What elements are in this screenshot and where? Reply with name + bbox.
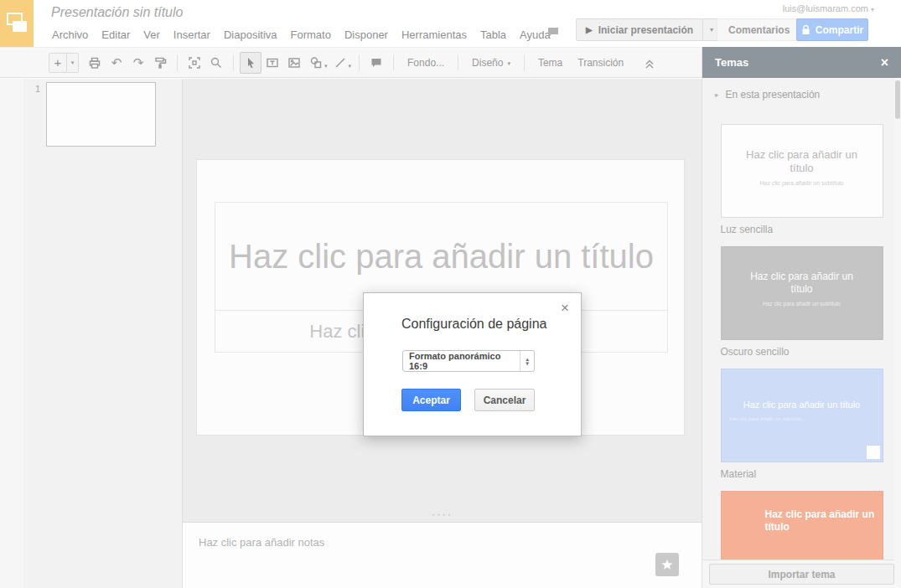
insert-image-button[interactable] — [283, 52, 305, 74]
textbox-tool-button[interactable] — [261, 52, 283, 74]
zoom-fit-button[interactable] — [184, 52, 205, 74]
import-theme-button[interactable]: Importar tema — [709, 564, 894, 585]
section-label: En esta presentación — [726, 89, 821, 101]
slide-thumbnail[interactable] — [46, 82, 156, 147]
close-icon[interactable]: × — [881, 55, 888, 70]
toolbar-separator — [524, 54, 525, 71]
layout-button[interactable]: Diseño ▾ — [464, 52, 518, 74]
comments-button[interactable]: Comentarios — [717, 18, 801, 41]
zoom-button[interactable] — [205, 52, 227, 74]
dialog-title: Configuración de página — [401, 317, 546, 332]
comment-bubble-icon[interactable] — [546, 26, 560, 42]
redo-button[interactable]: ↷ — [127, 52, 149, 74]
stepper-down-icon: ▾ — [526, 361, 529, 365]
notes-placeholder[interactable]: Haz clic para añadir notas — [199, 536, 324, 549]
page-format-value: Formato panorámico 16:9 — [409, 351, 520, 371]
caret-down-icon: ▾ — [507, 60, 510, 67]
present-button[interactable]: ▶ Iniciar presentación — [576, 18, 703, 41]
caret-down-icon: ▾ — [71, 59, 75, 66]
accept-button[interactable]: Aceptar — [401, 389, 461, 411]
theme-thumb-subtitle: Haz clic para añadir un subtítulo — [730, 416, 802, 421]
zoom-fit-icon — [187, 55, 202, 70]
themes-scrollbar[interactable] — [894, 78, 901, 588]
new-slide-button[interactable]: + — [49, 53, 67, 73]
account-menu[interactable]: luis@luismaram.com▾ — [783, 3, 874, 13]
select-tool-button[interactable] — [240, 52, 261, 74]
theme-thumbnail-oscuro-sencillo[interactable]: Haz clic para añadir un título Haz clic … — [721, 246, 883, 340]
toolbar-separator — [458, 54, 458, 71]
menu-tabla[interactable]: Tabla — [474, 25, 513, 44]
page-format-select[interactable]: Formato panorámico 16:9 ▴ ▾ — [402, 350, 535, 372]
theme-button[interactable]: Tema — [531, 52, 570, 74]
redo-icon: ↷ — [133, 55, 144, 70]
paint-format-icon — [153, 55, 168, 70]
zoom-icon — [209, 55, 224, 70]
play-icon: ▶ — [586, 25, 593, 34]
menu-herramientas[interactable]: Herramientas — [395, 25, 474, 44]
theme-thumbnail-material[interactable]: Haz clic para añadir un título Haz clic … — [721, 369, 883, 462]
undo-button[interactable]: ↶ — [106, 52, 127, 74]
scrollbar-thumb[interactable] — [895, 80, 900, 119]
notes-resize-handle[interactable]: ···· — [432, 508, 453, 520]
menu-disponer[interactable]: Disponer — [338, 25, 395, 44]
background-button[interactable]: Fondo... — [400, 52, 452, 74]
textbox-icon — [265, 55, 280, 70]
menubar: Archivo Editar Ver Insertar Diapositiva … — [45, 25, 557, 44]
cancel-button[interactable]: Cancelar — [474, 389, 535, 411]
lock-icon — [801, 24, 810, 35]
insert-comment-icon — [369, 55, 384, 70]
theme-name: Material — [721, 468, 883, 480]
share-label: Compartir — [816, 24, 863, 36]
share-button[interactable]: Compartir — [796, 18, 868, 41]
insert-comment-button[interactable] — [365, 52, 387, 74]
close-icon[interactable]: × — [561, 301, 569, 315]
star-icon — [660, 558, 674, 571]
slide-number-column — [0, 79, 23, 588]
caret-down-icon[interactable]: ▾ — [349, 63, 352, 70]
in-this-presentation-section[interactable]: ▸ En esta presentación — [702, 84, 901, 106]
app-logo[interactable] — [0, 0, 34, 47]
explore-button[interactable] — [655, 553, 679, 576]
theme-thumbnail-luz-sencilla[interactable]: Haz clic para añadir un título Haz clic … — [721, 124, 883, 218]
slide-filmstrip: 1 — [0, 79, 183, 588]
dialog-actions: Aceptar Cancelar — [401, 389, 535, 411]
transition-button[interactable]: Transición — [570, 52, 631, 74]
speaker-notes[interactable]: Haz clic para añadir notas — [183, 522, 702, 588]
theme-thumb-subtitle: Haz clic para añadir un subtítulo — [722, 180, 883, 186]
new-slide-button-group: + ▾ — [49, 53, 79, 73]
layout-label: Diseño — [472, 57, 503, 69]
topbar: Presentación sin título luis@luismaram.c… — [0, 0, 901, 47]
document-title[interactable]: Presentación sin título — [51, 5, 183, 20]
menu-formato[interactable]: Formato — [284, 25, 338, 44]
theme-thumb-subtitle: Haz clic para añadir un subtítulo — [722, 301, 883, 307]
new-slide-options-button[interactable]: ▾ — [67, 53, 79, 73]
line-icon — [333, 55, 348, 70]
menu-insertar[interactable]: Insertar — [167, 25, 217, 44]
import-theme-footer: Importar tema — [702, 560, 901, 588]
menu-ver[interactable]: Ver — [137, 25, 167, 44]
collapse-toolbar-button[interactable] — [640, 54, 660, 73]
print-icon — [87, 55, 102, 70]
collapse-toolbar-icon — [642, 56, 657, 71]
slide-number: 1 — [25, 84, 40, 94]
account-email: luis@luismaram.com — [783, 3, 868, 13]
toolbar: + ▾ ↶ ↷ — [0, 47, 702, 78]
print-button[interactable] — [84, 52, 106, 74]
paint-format-button[interactable] — [149, 52, 171, 74]
undo-icon: ↶ — [111, 55, 122, 70]
shape-tool-group: ▾ — [305, 52, 329, 74]
caret-down-icon: ▾ — [710, 26, 713, 34]
menu-editar[interactable]: Editar — [95, 25, 137, 44]
toolbar-separator — [393, 54, 394, 71]
themes-panel-title: Temas — [715, 56, 748, 69]
toolbar-separator — [359, 54, 360, 71]
menu-archivo[interactable]: Archivo — [45, 25, 95, 44]
theme-thumb-title: Haz clic para añadir un título — [722, 148, 883, 175]
theme-thumb-title: Haz clic para añadir un título — [722, 271, 883, 296]
menu-diapositiva[interactable]: Diapositiva — [217, 25, 284, 44]
triangle-right-icon: ▸ — [715, 90, 719, 99]
caret-down-icon[interactable]: ▾ — [324, 63, 328, 70]
line-tool-group: ▾ — [329, 52, 354, 74]
select-stepper-icon: ▴ ▾ — [520, 351, 534, 371]
toolbar-separator — [233, 54, 234, 71]
